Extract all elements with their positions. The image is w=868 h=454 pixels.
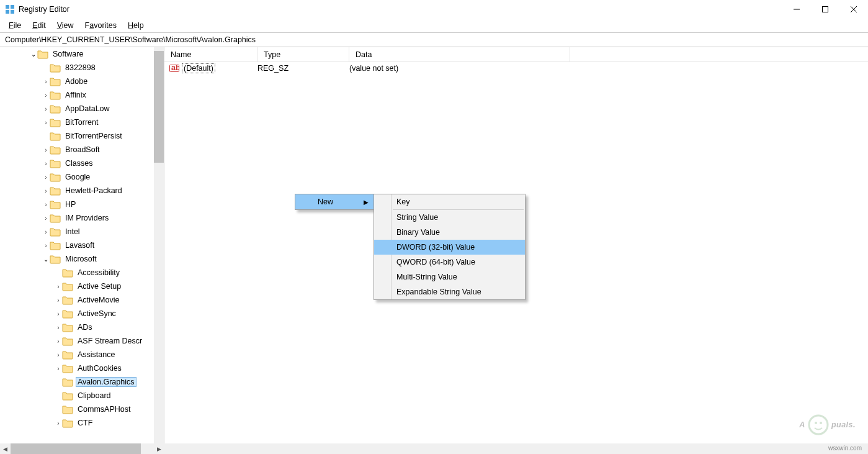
- tree-item-hewlett-packard[interactable]: ›Hewlett-Packard: [0, 184, 154, 197]
- value-data: (value not set): [349, 64, 868, 73]
- tree-twisty-icon[interactable]: ›: [42, 201, 50, 208]
- tree-item-intel[interactable]: ›Intel: [0, 225, 154, 238]
- tree-item-label: AppDataLow: [63, 104, 112, 114]
- tree-item-appdatalow[interactable]: ›AppDataLow: [0, 102, 154, 116]
- hscroll-right-button[interactable]: ▶: [154, 443, 164, 454]
- ctx-multi-string-value[interactable]: Multi-String Value: [374, 270, 525, 284]
- svg-rect-0: [6, 5, 9, 9]
- tree-item-assistance[interactable]: ›Assistance: [0, 348, 154, 361]
- col-type[interactable]: Type: [257, 47, 349, 61]
- tree-twisty-icon[interactable]: ›: [55, 311, 62, 317]
- tree-twisty-icon[interactable]: ›: [55, 352, 62, 358]
- ctx-key[interactable]: Key: [374, 194, 525, 209]
- svg-text:ab: ab: [171, 63, 179, 72]
- tree-twisty-icon[interactable]: ›: [42, 119, 50, 126]
- tree-item-ctf[interactable]: ›CTF: [0, 416, 154, 430]
- tree-item-label: Classes: [63, 158, 94, 168]
- tree-twisty-icon[interactable]: ›: [42, 188, 50, 194]
- svg-rect-5: [823, 7, 828, 12]
- tree-item-hp[interactable]: ›HP: [0, 197, 154, 211]
- tree-item-google[interactable]: ›Google: [0, 170, 154, 184]
- tree-hscroll-thumb[interactable]: [11, 443, 141, 454]
- list-row[interactable]: ab (Default) REG_SZ (value not set): [164, 62, 868, 75]
- tree-twisty-icon[interactable]: ›: [42, 215, 50, 222]
- tree-twisty-icon[interactable]: ›: [42, 229, 50, 235]
- tree-item-label: CommsAPHost: [76, 404, 132, 414]
- ctx-new[interactable]: New ▶: [295, 194, 374, 209]
- tree-item-affinix[interactable]: ›Affinix: [0, 88, 154, 102]
- menu-view[interactable]: View: [52, 20, 79, 30]
- tree-item-activesync[interactable]: ›ActiveSync: [0, 307, 154, 320]
- tree-item-commsaphost[interactable]: CommsAPHost: [0, 402, 154, 416]
- tree-item-asf-stream-descr[interactable]: ›ASF Stream Descr: [0, 334, 154, 348]
- tree-item-software[interactable]: ⌄Software: [0, 47, 154, 61]
- tree-twisty-icon[interactable]: ›: [55, 420, 62, 427]
- tree-item-adobe[interactable]: ›Adobe: [0, 75, 154, 88]
- svg-point-11: [815, 422, 817, 424]
- tree-vscroll-track[interactable]: [154, 47, 164, 443]
- tree-item-bittorrentpersist[interactable]: BitTorrentPersist: [0, 129, 154, 143]
- tree-twisty-icon[interactable]: ›: [42, 160, 50, 167]
- tree-item-active-setup[interactable]: ›Active Setup: [0, 279, 154, 293]
- tree-item-bittorrent[interactable]: ›BitTorrent: [0, 116, 154, 129]
- tree-item-classes[interactable]: ›Classes: [0, 157, 154, 170]
- tree-twisty-icon[interactable]: ›: [42, 147, 50, 153]
- app-icon: [5, 4, 15, 14]
- menu-edit[interactable]: Edit: [27, 20, 51, 30]
- tree-twisty-icon[interactable]: ›: [42, 242, 50, 249]
- submenu-arrow-icon: ▶: [364, 199, 369, 206]
- col-name[interactable]: Name: [164, 47, 257, 61]
- minimize-button[interactable]: [782, 0, 811, 19]
- source-note: wsxwin.com: [828, 445, 862, 452]
- tree-item-label: CTF: [76, 418, 94, 428]
- close-button[interactable]: [839, 0, 868, 19]
- maximize-button[interactable]: [811, 0, 839, 19]
- tree-item-activemovie[interactable]: ›ActiveMovie: [0, 293, 154, 307]
- tree-item-ads[interactable]: ›ADs: [0, 320, 154, 334]
- tree-item-label: AuthCookies: [76, 363, 123, 373]
- hscroll-left-button[interactable]: ◀: [0, 443, 11, 454]
- ctx-binary-value[interactable]: Binary Value: [374, 225, 525, 240]
- tree-twisty-icon[interactable]: ›: [55, 324, 62, 331]
- tree-item-clipboard[interactable]: Clipboard: [0, 389, 154, 402]
- tree-twisty-icon[interactable]: ›: [42, 92, 50, 99]
- tree-item-label: Avalon.Graphics: [76, 377, 136, 387]
- tree-hscroll-track[interactable]: ◀ ▶: [0, 443, 164, 454]
- tree-item-8322898[interactable]: 8322898: [0, 61, 154, 75]
- tree-item-label: Intel: [63, 227, 82, 237]
- tree-twisty-icon[interactable]: ›: [42, 174, 50, 181]
- tree-twisty-icon[interactable]: ›: [42, 78, 50, 85]
- menu-bar: File Edit View Favorites Help: [0, 19, 868, 32]
- bottom-bar: ◀ ▶: [0, 443, 868, 454]
- tree-item-label: Lavasoft: [63, 240, 96, 250]
- ctx-qword-value[interactable]: QWORD (64-bit) Value: [374, 255, 525, 270]
- tree-twisty-icon[interactable]: ›: [55, 283, 62, 290]
- tree-item-label: IM Providers: [63, 213, 110, 223]
- address-input[interactable]: [4, 35, 864, 45]
- tree-item-broadsoft[interactable]: ›BroadSoft: [0, 143, 154, 157]
- tree-twisty-icon[interactable]: ›: [55, 365, 62, 372]
- ctx-dword-value[interactable]: DWORD (32-bit) Value: [374, 240, 525, 255]
- tree-item-accessibility[interactable]: Accessibility: [0, 266, 154, 279]
- menu-help[interactable]: Help: [123, 20, 149, 30]
- tree-twisty-icon[interactable]: ⌄: [42, 256, 50, 263]
- menu-file[interactable]: File: [4, 20, 26, 30]
- ctx-expandable-string-value[interactable]: Expandable String Value: [374, 284, 525, 299]
- svg-rect-3: [11, 10, 14, 14]
- tree-item-lavasoft[interactable]: ›Lavasoft: [0, 238, 154, 252]
- col-data[interactable]: Data: [349, 47, 570, 61]
- ctx-string-value[interactable]: String Value: [374, 210, 525, 225]
- tree-item-avalon-graphics[interactable]: Avalon.Graphics: [0, 375, 154, 389]
- tree-vscroll-thumb[interactable]: [154, 51, 164, 163]
- tree-twisty-icon[interactable]: ›: [55, 338, 62, 345]
- string-value-icon: ab: [169, 63, 179, 73]
- tree-twisty-icon[interactable]: ›: [55, 297, 62, 304]
- tree-item-im-providers[interactable]: ›IM Providers: [0, 211, 154, 225]
- menu-favorites[interactable]: Favorites: [80, 20, 122, 30]
- tree-twisty-icon[interactable]: ›: [42, 106, 50, 112]
- tree-item-label: Microsoft: [63, 254, 99, 264]
- tree-item-label: ActiveMovie: [76, 295, 121, 305]
- tree-twisty-icon[interactable]: ⌄: [30, 51, 37, 58]
- tree-item-authcookies[interactable]: ›AuthCookies: [0, 361, 154, 375]
- tree-item-microsoft[interactable]: ⌄Microsoft: [0, 252, 154, 266]
